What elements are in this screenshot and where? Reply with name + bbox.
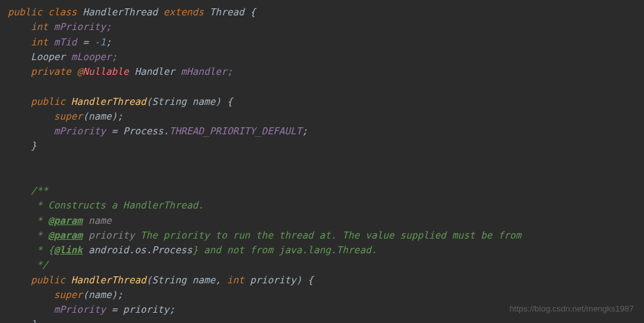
code-token: } and not from java.lang.Thread.: [192, 244, 377, 256]
code-token: name) {: [187, 96, 233, 107]
code-token: (name);: [82, 111, 123, 122]
code-token: */: [31, 259, 48, 271]
code-token: int: [227, 274, 244, 286]
code-token: priority) {: [244, 274, 313, 286]
code-token: {: [244, 6, 256, 18]
code-token: private: [31, 66, 71, 77]
code-token: mPriority: [54, 125, 105, 137]
code-token: @param: [48, 230, 82, 241]
code-token: Process.: [123, 125, 169, 137]
code-token: Looper: [31, 51, 65, 63]
code-token: ;: [106, 36, 112, 48]
code-token: THREAD_PRIORITY_DEFAULT: [169, 125, 302, 137]
code-token: =: [106, 125, 123, 137]
code-token: (name);: [82, 289, 123, 301]
code-token: /**: [31, 185, 48, 196]
code-token: public: [31, 96, 65, 107]
code-token: class: [48, 6, 77, 18]
code-token: HandlerThread: [71, 274, 146, 286]
code-token: * {: [31, 244, 54, 256]
code-token: *: [31, 215, 48, 226]
code-token: Handler: [135, 66, 175, 77]
code-token: String: [152, 274, 187, 286]
code-token: String: [152, 96, 187, 107]
code-token: = priority;: [106, 304, 175, 315]
code-token: extends: [164, 6, 204, 18]
code-token: android.os.Process: [82, 244, 192, 256]
code-token: mHandler;: [181, 66, 233, 77]
code-token: mTid: [54, 36, 77, 48]
code-token: public: [8, 6, 42, 18]
code-token: super: [54, 111, 82, 122]
code-token: super: [54, 289, 82, 301]
code-token: (: [146, 274, 152, 286]
code-token: mPriority: [54, 304, 105, 315]
code-editor[interactable]: public class HandlerThread extends Threa…: [8, 5, 636, 323]
code-token: =: [77, 36, 94, 48]
code-token: name: [82, 215, 111, 226]
code-token: ;: [302, 125, 308, 137]
code-token: (: [146, 96, 152, 107]
code-token: }: [31, 140, 36, 152]
code-token: -1: [94, 36, 105, 48]
code-token: HandlerThread: [71, 96, 146, 107]
code-token: public: [31, 274, 65, 286]
code-token: @param: [48, 215, 82, 226]
code-token: @link: [54, 244, 82, 256]
code-token: Thread: [210, 6, 244, 18]
code-token: mPriority;: [54, 21, 111, 33]
watermark-text: https://blog.csdn.net/mengks1987: [510, 303, 634, 315]
code-token: The priority to run the thread at. The v…: [135, 230, 521, 241]
code-token: }: [31, 319, 36, 323]
code-token: name,: [187, 274, 227, 286]
code-token: * Constructs a HandlerThread.: [31, 200, 204, 211]
code-token: mLooper;: [71, 51, 117, 63]
code-token: Nullable: [82, 66, 128, 77]
code-token: priority: [82, 230, 134, 241]
code-token: int: [31, 21, 48, 33]
code-token: *: [31, 230, 48, 241]
code-token: int: [31, 36, 48, 48]
code-token: HandlerThread: [82, 6, 157, 18]
